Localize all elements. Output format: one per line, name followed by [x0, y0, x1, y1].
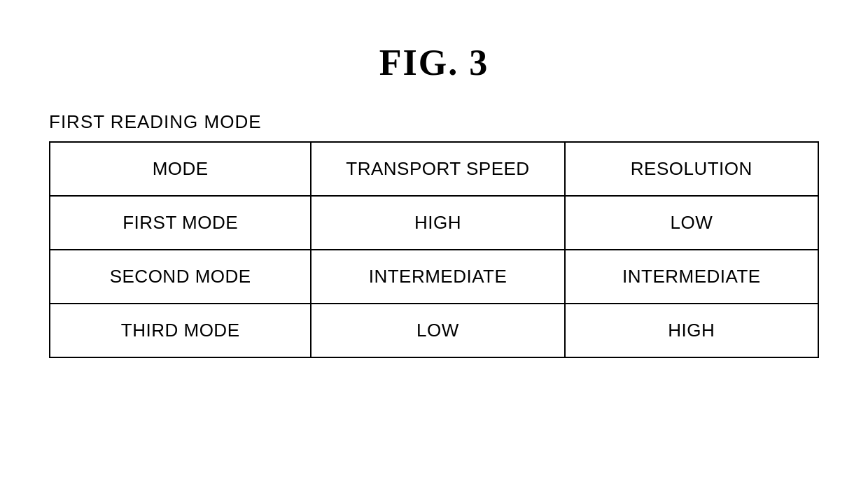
page-title: FIG. 3	[379, 42, 489, 83]
header-resolution: RESOLUTION	[565, 142, 818, 196]
cell-resolution-0: LOW	[565, 196, 818, 250]
table-row: THIRD MODELOWHIGH	[50, 304, 818, 357]
cell-mode-0: FIRST MODE	[50, 196, 311, 250]
cell-transport-speed-1: INTERMEDIATE	[311, 250, 564, 304]
cell-mode-1: SECOND MODE	[50, 250, 311, 304]
content-area: FIRST READING MODE MODE TRANSPORT SPEED …	[49, 111, 819, 358]
header-transport-speed: TRANSPORT SPEED	[311, 142, 564, 196]
section-label: FIRST READING MODE	[49, 111, 262, 133]
table-row: SECOND MODEINTERMEDIATEINTERMEDIATE	[50, 250, 818, 304]
data-table: MODE TRANSPORT SPEED RESOLUTION FIRST MO…	[49, 141, 819, 358]
table-row: FIRST MODEHIGHLOW	[50, 196, 818, 250]
cell-transport-speed-0: HIGH	[311, 196, 564, 250]
cell-resolution-1: INTERMEDIATE	[565, 250, 818, 304]
header-mode: MODE	[50, 142, 311, 196]
cell-transport-speed-2: LOW	[311, 304, 564, 357]
table-header-row: MODE TRANSPORT SPEED RESOLUTION	[50, 142, 818, 196]
cell-mode-2: THIRD MODE	[50, 304, 311, 357]
cell-resolution-2: HIGH	[565, 304, 818, 357]
